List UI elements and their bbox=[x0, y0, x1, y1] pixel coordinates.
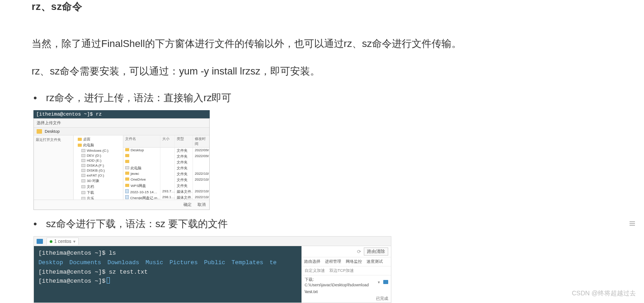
tree-item-label[interactable]: HDD (E:) bbox=[87, 158, 101, 163]
accel-custom-label: 自定义加速 bbox=[305, 268, 325, 273]
tree-item-label[interactable]: 音乐 bbox=[87, 196, 94, 200]
file-upload-dialog: 选择上传文件 Desktop 最近打开文件夹 桌面此电脑Windows (C:)… bbox=[33, 118, 210, 210]
terminal-dir-name: Templates bbox=[231, 259, 263, 266]
drive-icon bbox=[81, 159, 85, 162]
panel-tab[interactable]: 速度测试 bbox=[364, 257, 385, 266]
open-folder-icon[interactable] bbox=[383, 280, 388, 284]
drive-icon bbox=[81, 154, 85, 157]
tree-item-label[interactable]: 文档 bbox=[87, 184, 94, 189]
file-row[interactable]: javac文件夹2022/10/… bbox=[123, 171, 209, 177]
terminal-dir-name: Downloads bbox=[108, 259, 139, 266]
tree-item-label[interactable]: 3D 对象 bbox=[87, 178, 99, 183]
folder-icon bbox=[78, 144, 82, 147]
bullet-sz: sz命令进行下载，语法：sz 要下载的文件 bbox=[32, 217, 612, 231]
folder-icon bbox=[125, 148, 129, 151]
folder-tab-icon[interactable] bbox=[37, 239, 43, 244]
download-path: C:\Users\javac\Desktop\fsdownload bbox=[305, 283, 369, 287]
file-row[interactable]: 2022-10-15 14…293.7…媒体文件…2022/10/… bbox=[123, 189, 209, 195]
paragraph-2: rz、sz命令需要安装，可以通过：yum -y install lrzsz，即可… bbox=[32, 64, 612, 79]
drive-icon bbox=[125, 166, 129, 169]
route-clear-button[interactable]: 路由清除 bbox=[364, 247, 388, 256]
side-panel: ⟳ 路由清除 路由选择进程管理网络监控速度测试 自定义加速 双边TCP加速 下载… bbox=[301, 246, 391, 303]
file-list[interactable]: Desktop文件夹2022/09/…文件夹2022/09/…文件夹此电脑文件夹… bbox=[123, 148, 209, 200]
file-row[interactable]: 此电脑文件夹 bbox=[123, 165, 209, 171]
tree-item-label[interactable]: DISKA (F:) bbox=[87, 163, 104, 168]
drive-icon bbox=[81, 191, 85, 194]
file-icon bbox=[125, 189, 129, 193]
recent-folders-label: 最近打开文件夹 bbox=[36, 137, 71, 142]
refresh-icon[interactable]: ⟳ bbox=[357, 249, 361, 255]
file-row[interactable]: Chenjie网盘记.m…298.1…媒体文件…2022/10/… bbox=[123, 195, 209, 200]
folder-icon bbox=[37, 129, 42, 134]
panel-tab[interactable]: 进程管理 bbox=[323, 257, 343, 266]
bullet-rz: rz命令，进行上传，语法：直接输入rz即可 bbox=[32, 91, 612, 105]
folder-icon bbox=[125, 172, 129, 175]
screenshot-sz-terminal: 1 centos ▾ [itheima@centos ~]$ ls Deskto… bbox=[33, 236, 391, 303]
dialog-title: 选择上传文件 bbox=[34, 119, 209, 128]
file-row[interactable]: 文件夹 bbox=[123, 159, 209, 165]
accel-tcp-label: 双边TCP加速 bbox=[329, 268, 354, 273]
file-icon bbox=[125, 195, 129, 199]
ok-button[interactable]: 确定 bbox=[183, 202, 192, 208]
tree-item-label[interactable]: DISKB (G:) bbox=[87, 168, 105, 172]
terminal-dir-name: Public bbox=[204, 259, 225, 266]
term-line-ls: [itheima@centos ~]$ ls bbox=[38, 249, 297, 258]
col-date: 修改时间 bbox=[193, 135, 209, 147]
terminal-dir-name: Music bbox=[146, 259, 163, 266]
status-dot-icon bbox=[50, 240, 52, 243]
terminal-dir-name: Desktop bbox=[38, 259, 63, 266]
panel-tabs[interactable]: 路由选择进程管理网络监控速度测试 bbox=[302, 257, 391, 266]
panel-tab[interactable]: 路由选择 bbox=[302, 257, 323, 266]
drive-icon bbox=[81, 185, 85, 188]
tree-item-label[interactable]: 桌面 bbox=[83, 137, 90, 142]
file-list-header: 文件名 大小 类型 修改时间 bbox=[123, 135, 209, 148]
file-row[interactable]: 文件夹2022/09/… bbox=[123, 154, 209, 159]
panel-tab[interactable]: 网络监控 bbox=[343, 257, 364, 266]
tree-item-label[interactable]: Windows (C:) bbox=[87, 149, 108, 153]
drive-icon bbox=[81, 197, 85, 200]
terminal-tab[interactable]: 1 centos ▾ bbox=[47, 238, 79, 245]
download-done-label: 已完成 bbox=[302, 295, 391, 303]
folder-icon bbox=[125, 184, 129, 187]
terminal-dir-name: te bbox=[270, 259, 277, 266]
tree-item-label[interactable]: 下载 bbox=[87, 190, 94, 195]
desktop-path-label: Desktop bbox=[45, 129, 60, 134]
download-label: 下载: bbox=[305, 277, 314, 282]
drive-icon bbox=[81, 164, 85, 167]
section-heading: rz、sz命令 bbox=[32, 0, 612, 14]
col-type: 类型 bbox=[175, 135, 193, 147]
terminal-prompt-rz: [itheima@centos ~]$ rz bbox=[33, 110, 210, 118]
folder-icon bbox=[125, 160, 129, 163]
col-size: 大小 bbox=[160, 135, 175, 147]
file-row[interactable]: OneDrive文件夹2022/10/… bbox=[123, 177, 209, 183]
folder-tree[interactable]: 桌面此电脑Windows (C:)DEV (D:)HDD (E:)DISKA (… bbox=[74, 135, 123, 200]
tree-item-label[interactable]: DEV (D:) bbox=[87, 154, 101, 158]
col-name: 文件名 bbox=[123, 135, 160, 147]
term-line-prompt: [itheima@centos ~]$ bbox=[38, 277, 297, 286]
watermark: CSDN @终将超越过去 bbox=[572, 289, 636, 298]
paragraph-1: 当然，除了通过FinalShell的下方窗体进行文件的传输以外，也可以通过rz、… bbox=[32, 36, 612, 51]
term-line-sz: [itheima@centos ~]$ sz test.txt bbox=[38, 268, 297, 277]
cancel-button[interactable]: 取消 bbox=[197, 202, 206, 208]
chevron-down-icon[interactable]: ▾ bbox=[378, 280, 380, 284]
terminal-dir-name: Documents bbox=[70, 259, 101, 266]
terminal-dir-name: Pictures bbox=[169, 259, 197, 266]
drive-icon bbox=[81, 179, 85, 182]
tab-label: 1 centos bbox=[54, 239, 71, 244]
drive-icon bbox=[81, 169, 85, 172]
cursor-icon bbox=[107, 277, 110, 284]
tree-item-label[interactable]: exFAT (O:) bbox=[87, 173, 104, 177]
terminal-output[interactable]: [itheima@centos ~]$ ls DesktopDocumentsD… bbox=[34, 246, 301, 303]
hamburger-icon[interactable] bbox=[630, 221, 635, 226]
folder-icon bbox=[78, 138, 82, 141]
drive-icon bbox=[81, 174, 85, 177]
download-file-name: \test.txt bbox=[302, 289, 391, 295]
tab-dropdown-icon[interactable]: ▾ bbox=[73, 239, 75, 244]
file-row[interactable]: Desktop文件夹2022/09/… bbox=[123, 148, 209, 154]
file-row[interactable]: WPS网盘文件夹 bbox=[123, 183, 209, 189]
tree-item-label[interactable]: 此电脑 bbox=[83, 143, 94, 148]
folder-icon bbox=[125, 154, 129, 157]
drive-icon bbox=[81, 149, 85, 152]
folder-icon bbox=[125, 177, 129, 181]
screenshot-rz-dialog: [itheima@centos ~]$ rz 选择上传文件 Desktop 最近… bbox=[33, 110, 210, 210]
